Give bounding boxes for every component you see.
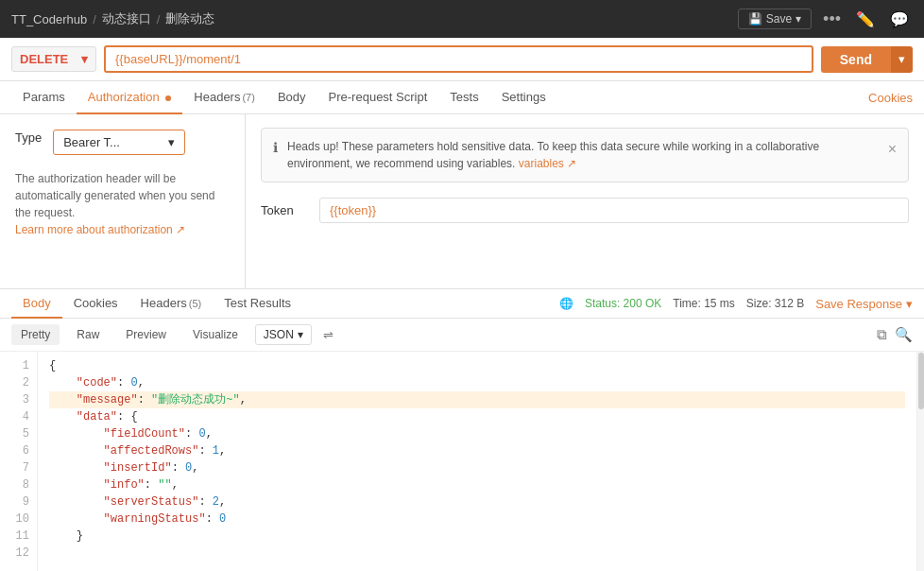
search-icon-button[interactable]: 🔍 (895, 326, 913, 343)
auth-learn-link[interactable]: Learn more about authorization ↗ (15, 223, 185, 236)
top-bar: TT_Coderhub / 动态接口 / 删除动态 💾 Save ▾ ••• ✏… (0, 0, 924, 38)
auth-type-chevron-icon: ▾ (168, 135, 175, 149)
method-chevron-icon: ▾ (81, 52, 88, 66)
code-area[interactable]: 123456789101112 { "code": 0, "message": … (0, 352, 916, 571)
line-number: 11 (0, 528, 37, 545)
breadcrumb-2: 动态接口 (102, 10, 151, 27)
json-format-select[interactable]: JSON ▾ (255, 324, 312, 345)
sep-1: / (93, 12, 96, 26)
response-status-bar: 🌐 Status: 200 OK Time: 15 ms Size: 312 B… (559, 297, 913, 311)
info-icon: ℹ (273, 138, 278, 158)
main-content: DELETE ▾ Send ▾ Params Authorization Hea… (0, 38, 924, 571)
send-button[interactable]: Send (821, 46, 891, 73)
token-label: Token (261, 203, 308, 217)
url-input[interactable] (104, 45, 813, 73)
globe-icon: 🌐 (559, 297, 573, 310)
table-row (49, 545, 905, 562)
filter-icon[interactable]: ⇌ (323, 328, 334, 342)
code-area-container: 123456789101112 { "code": 0, "message": … (0, 352, 924, 571)
auth-panel: Type Bearer T... ▾ The authorization hea… (0, 114, 924, 289)
send-btn-group: Send ▾ (821, 46, 913, 73)
tab-prerequest[interactable]: Pre-request Script (317, 81, 439, 114)
tab-params[interactable]: Params (11, 81, 77, 114)
tab-authorization[interactable]: Authorization (77, 81, 183, 114)
save-icon: 💾 (748, 12, 762, 26)
json-format-label: JSON (264, 328, 294, 341)
notice-text: Heads up! These parameters hold sensitiv… (287, 138, 879, 172)
line-number: 10 (0, 510, 37, 528)
token-input[interactable] (319, 198, 909, 223)
comment-icon-button[interactable]: 💬 (886, 7, 913, 32)
line-number: 9 (0, 493, 37, 510)
line-number: 8 (0, 476, 37, 493)
line-number: 4 (0, 408, 37, 425)
status-ok-label: Status: 200 OK (585, 297, 661, 310)
save-button[interactable]: 💾 Save ▾ (738, 9, 812, 29)
tab-authorization-label: Authorization (88, 90, 160, 104)
save-label: Save (766, 12, 792, 26)
format-visualize[interactable]: Visualize (183, 324, 248, 345)
notice-variables-link[interactable]: variables ↗ (519, 157, 576, 170)
save-response-label: Save Response (815, 297, 902, 311)
json-format-chevron-icon: ▾ (298, 328, 303, 341)
cookies-link[interactable]: Cookies (868, 91, 913, 105)
code-toolbar: Pretty Raw Preview Visualize JSON ▾ ⇌ ⧉ … (0, 319, 924, 352)
copy-icon-button[interactable]: ⧉ (877, 326, 887, 343)
line-number: 3 (0, 391, 37, 408)
size-label: Size: 312 B (746, 297, 804, 310)
table-row: "affectedRows": 1, (49, 442, 905, 459)
line-numbers: 123456789101112 (0, 352, 38, 571)
save-response-chevron-icon: ▾ (906, 297, 913, 311)
auth-type-label: Type (15, 130, 42, 145)
headers-badge: (7) (242, 92, 254, 103)
resp-tab-test-results[interactable]: Test Results (213, 289, 302, 319)
sep-2: / (157, 12, 161, 26)
format-preview[interactable]: Preview (116, 324, 176, 345)
resp-tab-cookies[interactable]: Cookies (62, 289, 129, 319)
line-number: 5 (0, 425, 37, 442)
tab-tests[interactable]: Tests (438, 81, 489, 114)
auth-dot-indicator (165, 95, 171, 101)
auth-left-panel: Type Bearer T... ▾ The authorization hea… (0, 114, 246, 288)
save-response-button[interactable]: Save Response ▾ (815, 297, 913, 311)
notice-close-button[interactable]: × (888, 138, 897, 161)
auth-type-select[interactable]: Bearer T... ▾ (53, 130, 185, 155)
notice-banner: ℹ Heads up! These parameters hold sensit… (261, 128, 909, 182)
resp-tab-body[interactable]: Body (11, 289, 62, 319)
table-row: "insertId": 0, (49, 459, 905, 476)
response-tabs-row: Body Cookies Headers(5) Test Results 🌐 S… (0, 289, 924, 319)
line-number: 6 (0, 442, 37, 459)
auth-type-value: Bearer T... (63, 135, 120, 149)
table-row: "serverStatus": 2, (49, 493, 905, 510)
code-toolbar-right: ⧉ 🔍 (877, 326, 913, 343)
request-tabs-row: Params Authorization Headers(7) Body Pre… (0, 81, 924, 114)
table-row: "warningStatus": 0 (49, 510, 905, 528)
line-number: 2 (0, 374, 37, 391)
resp-tab-headers[interactable]: Headers(5) (129, 289, 214, 319)
breadcrumb-3: 删除动态 (165, 10, 214, 27)
line-number: 7 (0, 459, 37, 476)
scrollbar-thumb[interactable] (918, 353, 924, 409)
breadcrumb: TT_Coderhub / 动态接口 / 删除动态 (11, 10, 214, 27)
table-row: "code": 0, (49, 374, 905, 391)
scrollbar-track[interactable] (916, 352, 924, 571)
method-select[interactable]: DELETE ▾ (11, 46, 96, 72)
more-options-button[interactable]: ••• (819, 6, 845, 33)
table-row: { (49, 357, 905, 374)
auth-description: The authorization header will be automat… (15, 170, 230, 238)
table-row: } (49, 528, 905, 545)
tab-body[interactable]: Body (266, 81, 317, 114)
resp-headers-badge: (5) (189, 298, 201, 309)
format-raw[interactable]: Raw (67, 324, 109, 345)
send-dropdown-button[interactable]: ▾ (891, 46, 913, 73)
format-pretty[interactable]: Pretty (11, 324, 60, 345)
request-bar: DELETE ▾ Send ▾ (0, 38, 924, 81)
tab-headers[interactable]: Headers(7) (182, 81, 266, 114)
auth-desc-text: The authorization header will be automat… (15, 172, 214, 219)
table-row: "fieldCount": 0, (49, 425, 905, 442)
method-label: DELETE (20, 52, 68, 66)
tab-settings[interactable]: Settings (490, 81, 557, 114)
table-row: "info": "", (49, 476, 905, 493)
token-row: Token (261, 198, 909, 223)
edit-icon-button[interactable]: ✏️ (852, 7, 879, 32)
